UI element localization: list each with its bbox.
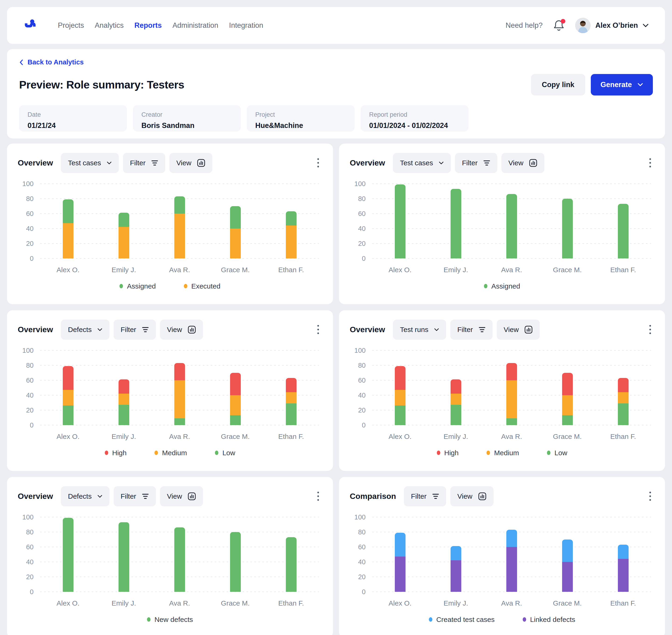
bar-segment-low: [63, 406, 73, 425]
bar-emilyj: [118, 522, 129, 592]
filter-label: Filter: [411, 492, 427, 500]
view-button[interactable]: View: [160, 320, 203, 340]
copy-link-button[interactable]: Copy link: [531, 74, 585, 95]
filter-button[interactable]: Filter: [455, 153, 497, 173]
bar-segment-new-defects: [230, 532, 241, 592]
entity-dropdown[interactable]: Test cases: [393, 153, 451, 173]
y-axis-tick-label: 100: [22, 180, 33, 188]
chart-legend: HighMediumLow: [18, 449, 322, 457]
y-axis-tick-label: 80: [26, 362, 33, 369]
bar-segment-new-defects: [286, 537, 296, 592]
y-axis-tick-label: 40: [26, 558, 33, 566]
kebab-menu-button[interactable]: [646, 155, 654, 171]
bar-segment-low: [618, 403, 629, 425]
meta-label: Date: [27, 111, 118, 118]
back-to-analytics-link[interactable]: Back to Analytics: [19, 58, 84, 66]
x-axis-labels: Alex O.Emily J.Ava R.Grace M.Ethan F.: [40, 266, 319, 274]
view-button[interactable]: View: [497, 320, 540, 340]
generate-button[interactable]: Generate: [591, 74, 653, 95]
filter-button[interactable]: Filter: [123, 153, 165, 173]
bar-segment-high: [174, 363, 185, 380]
entity-dropdown[interactable]: Defects: [61, 320, 109, 340]
need-help-link[interactable]: Need help?: [506, 21, 543, 30]
bar-emilyj: [451, 546, 461, 592]
x-axis-tick-label: Ava R.: [484, 599, 539, 607]
y-axis-tick-label: 100: [22, 513, 33, 521]
nav-item-analytics[interactable]: Analytics: [95, 21, 124, 30]
notification-bell-icon[interactable]: [553, 19, 564, 31]
filter-button[interactable]: Filter: [114, 486, 156, 506]
nav-right: Need help? Alex O’brien: [506, 18, 649, 33]
panel-header: Overview Test runs Filter View: [350, 320, 654, 340]
view-label: View: [504, 326, 519, 334]
bar-segment-new-defects: [63, 518, 73, 592]
plot-area: 020406080100: [372, 517, 651, 592]
legend-item-assigned: Assigned: [484, 282, 520, 290]
view-label: View: [167, 326, 182, 334]
filter-button[interactable]: Filter: [404, 486, 446, 506]
kebab-menu-button[interactable]: [314, 322, 322, 337]
y-axis-tick-label: 0: [30, 255, 33, 262]
dropdown-value: Test runs: [400, 326, 428, 334]
back-link-label: Back to Analytics: [27, 58, 84, 66]
bar-emilyj: [118, 379, 129, 425]
y-axis-tick-label: 0: [30, 588, 33, 595]
plot-area: 020406080100: [40, 184, 319, 259]
filter-icon: [483, 160, 490, 166]
nav-item-reports[interactable]: Reports: [134, 21, 162, 30]
y-axis-tick-label: 0: [362, 255, 366, 262]
x-axis-tick-label: Ethan F.: [263, 433, 319, 440]
kebab-menu-button[interactable]: [314, 488, 322, 504]
x-axis-tick-label: Emily J.: [96, 266, 152, 274]
chart-legend: AssignedExecuted: [18, 282, 322, 290]
panel-header: Overview Test cases Filter View: [350, 153, 654, 173]
meta-project: Project Hue&Machine: [247, 105, 355, 131]
panel-title: Overview: [18, 325, 53, 334]
charts-grid: Overview Test cases Filter View: [7, 144, 665, 635]
kebab-menu-button[interactable]: [646, 322, 654, 337]
entity-dropdown[interactable]: Test runs: [393, 320, 446, 340]
y-axis-tick-label: 100: [354, 513, 366, 521]
bar-segment-medium: [63, 390, 73, 406]
meta-label: Report period: [369, 111, 460, 118]
panel-header: Overview Defects Filter View: [18, 320, 322, 340]
user-menu[interactable]: Alex O’brien: [575, 18, 649, 33]
bar-alexo: [395, 366, 405, 425]
nav-item-integration[interactable]: Integration: [229, 21, 264, 30]
meta-value: Hue&Machine: [255, 122, 346, 130]
view-button[interactable]: View: [501, 153, 544, 173]
view-button[interactable]: View: [160, 486, 203, 506]
entity-dropdown[interactable]: Test cases: [61, 153, 119, 173]
x-axis-tick-label: Ava R.: [484, 433, 539, 440]
filter-button[interactable]: Filter: [450, 320, 493, 340]
panel-title: Overview: [350, 158, 385, 168]
bar-gracem: [562, 373, 573, 425]
y-axis-tick-label: 20: [358, 573, 366, 581]
entity-dropdown[interactable]: Defects: [61, 486, 109, 506]
kebab-menu-button[interactable]: [646, 488, 654, 504]
nav-item-administration[interactable]: Administration: [173, 21, 218, 30]
bar-ethanf: [618, 378, 629, 425]
bar-ethanf: [286, 378, 296, 425]
bar-segment-linked-defects: [451, 560, 461, 592]
kebab-menu-button[interactable]: [314, 155, 322, 171]
x-axis-labels: Alex O.Emily J.Ava R.Grace M.Ethan F.: [40, 433, 319, 440]
top-nav-bar: Projects Analytics Reports Administratio…: [7, 7, 665, 44]
bar-avar: [174, 527, 185, 592]
bar-segment-medium: [618, 392, 629, 403]
view-button[interactable]: View: [450, 486, 493, 506]
legend-dot: [437, 451, 440, 455]
bar-emilyj: [451, 189, 461, 259]
legend-dot: [155, 451, 158, 455]
filter-button[interactable]: Filter: [114, 320, 156, 340]
grid-line: [372, 350, 651, 351]
y-axis-tick-label: 20: [358, 406, 366, 414]
user-name: Alex O’brien: [595, 21, 638, 30]
bar-segment-low: [395, 406, 405, 425]
x-axis-tick-label: Alex O.: [40, 266, 96, 274]
view-button[interactable]: View: [170, 153, 212, 173]
app-logo-icon[interactable]: [23, 18, 37, 32]
legend-label: Low: [554, 449, 567, 457]
panel-title: Overview: [18, 492, 53, 501]
nav-item-projects[interactable]: Projects: [58, 21, 84, 30]
